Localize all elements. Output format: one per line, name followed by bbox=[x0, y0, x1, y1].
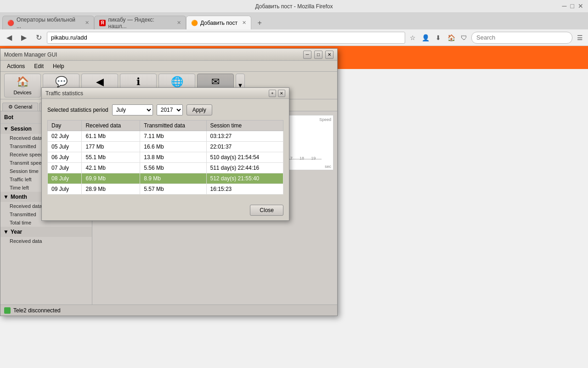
dialog-body: Selected statistics period July January … bbox=[42, 99, 289, 200]
section-name-year: Year bbox=[11, 229, 22, 235]
browser-titlebar: Добавить пост - Mozilla Firefox ─ □ ✕ bbox=[0, 0, 588, 13]
cell-transmitted-2: 13.8 Mb bbox=[140, 152, 206, 163]
tab-favicon-yandex: Я bbox=[99, 20, 106, 26]
cell-session-5: 16:15:23 bbox=[206, 184, 283, 195]
cell-received-4: 69.9 Mb bbox=[82, 173, 140, 184]
tab-favicon-operators: 🔴 bbox=[7, 20, 14, 26]
sms-icon: 💬 bbox=[55, 76, 68, 88]
dialog-footer: Close bbox=[42, 200, 289, 220]
table-row[interactable]: 02 July61.1 Mb7.11 Mb03:13:27 bbox=[48, 131, 283, 142]
cell-session-2: 510 day(s) 21:54:54 bbox=[206, 152, 283, 163]
table-row[interactable]: 09 July28.9 Mb5.57 Mb16:15:23 bbox=[48, 184, 283, 195]
address-bar[interactable] bbox=[47, 32, 405, 44]
apply-button[interactable]: Apply bbox=[187, 104, 212, 115]
modem-close-button[interactable]: ✕ bbox=[325, 51, 334, 59]
modem-minimize-button[interactable]: ─ bbox=[303, 51, 311, 59]
table-row[interactable]: 05 July177 Mb16.6 Mb22:01:37 bbox=[48, 142, 283, 152]
menu-help[interactable]: Help bbox=[48, 62, 69, 70]
browser-toolbar: ◀ ▶ ↻ ☆ 👤 ⬇ 🏠 🛡 ☰ bbox=[0, 29, 588, 46]
section-year-collapse-icon: ▼ bbox=[3, 229, 9, 235]
table-header-row: Day Received data Transmitted data Sessi… bbox=[48, 121, 283, 131]
col-transmitted: Transmitted data bbox=[140, 121, 206, 131]
status-text: Tele2 disconnected bbox=[13, 307, 61, 314]
modem-window-controls: ─ □ ✕ bbox=[303, 51, 334, 59]
col-received: Received data bbox=[82, 121, 140, 131]
home-icon[interactable]: 🏠 bbox=[446, 32, 457, 43]
cell-transmitted-5: 5.57 Mb bbox=[140, 184, 206, 195]
cell-received-2: 55.1 Mb bbox=[82, 152, 140, 163]
traffic-dialog: Traffic statistics + ✕ Selected statisti… bbox=[41, 87, 289, 221]
cell-transmitted-3: 5.56 Mb bbox=[140, 163, 206, 173]
month-select[interactable]: July January February March April May Ju… bbox=[112, 104, 153, 115]
period-selector-row: Selected statistics period July January … bbox=[47, 104, 283, 115]
tab-label-yandex: пикабу — Яндекс: нашл... bbox=[108, 17, 172, 29]
modem-maximize-button[interactable]: □ bbox=[314, 51, 322, 59]
sidebar-section-year: ▼ Year Received data bbox=[0, 227, 92, 245]
dialog-titlebar: Traffic statistics + ✕ bbox=[42, 88, 289, 99]
bookmark-icon[interactable]: ☆ bbox=[407, 32, 418, 43]
cell-day-1: 05 July bbox=[48, 142, 82, 152]
cell-day-2: 06 July bbox=[48, 152, 82, 163]
sidebar-bot-label: Bot bbox=[4, 114, 13, 121]
modem-tab-general[interactable]: ⚙ General bbox=[2, 103, 38, 111]
cell-session-1: 22:01:37 bbox=[206, 142, 283, 152]
x-label-18: 18 bbox=[300, 156, 304, 161]
forward-button[interactable]: ▶ bbox=[17, 31, 30, 44]
back-button[interactable]: ◀ bbox=[3, 31, 16, 44]
reload-button[interactable]: ↻ bbox=[32, 31, 45, 44]
tab-pikabu[interactable]: 🟠 Добавить пост ✕ bbox=[186, 16, 251, 29]
shield-icon[interactable]: 🛡 bbox=[458, 32, 469, 43]
tab-yandex[interactable]: Я пикабу — Яндекс: нашл... ✕ bbox=[94, 16, 186, 29]
year-select[interactable]: 2017 2015 2016 2018 bbox=[157, 104, 183, 115]
traffic-table: Day Received data Transmitted data Sessi… bbox=[47, 120, 283, 195]
section-month-collapse-icon: ▼ bbox=[3, 194, 9, 200]
tab-label-operators: Операторы мобильной ... bbox=[17, 17, 80, 29]
tab-favicon-pikabu: 🟠 bbox=[191, 20, 198, 26]
tab-close-yandex[interactable]: ✕ bbox=[177, 20, 181, 26]
toolbar-devices-button[interactable]: 🏠 Devices bbox=[4, 74, 41, 98]
col-session: Session time bbox=[206, 121, 283, 131]
dialog-close-button[interactable]: ✕ bbox=[278, 90, 285, 97]
tab-close-pikabu[interactable]: ✕ bbox=[242, 20, 246, 26]
info-icon: ℹ bbox=[136, 76, 140, 88]
minimize-icon[interactable]: ─ bbox=[562, 2, 567, 10]
account-icon[interactable]: 👤 bbox=[420, 32, 431, 43]
close-icon[interactable]: ✕ bbox=[578, 2, 583, 10]
menu-actions[interactable]: Actions bbox=[2, 62, 29, 70]
modem-titlebar: Modem Manager GUI ─ □ ✕ bbox=[0, 49, 337, 61]
tab-bar: 🔴 Операторы мобильной ... ✕ Я пикабу — Я… bbox=[0, 13, 588, 29]
menu-edit[interactable]: Edit bbox=[29, 62, 48, 70]
chart-ylabel: sec bbox=[325, 164, 331, 169]
menu-icon[interactable]: ☰ bbox=[574, 32, 585, 43]
ussd-icon: ◀ bbox=[96, 76, 104, 88]
traffic-icon: ✉ bbox=[211, 76, 220, 88]
dialog-title: Traffic statistics bbox=[45, 90, 83, 97]
sidebar-year-received[interactable]: Received data bbox=[0, 237, 92, 245]
cell-received-5: 28.9 Mb bbox=[82, 184, 140, 195]
tab-operators[interactable]: 🔴 Операторы мобильной ... ✕ bbox=[2, 16, 94, 29]
cell-transmitted-4: 8.9 Mb bbox=[140, 173, 206, 184]
modem-status-bar: Tele2 disconnected bbox=[0, 305, 337, 316]
tab-close-operators[interactable]: ✕ bbox=[85, 20, 89, 26]
sidebar-section-title-year[interactable]: ▼ Year bbox=[0, 227, 92, 237]
dialog-maximize-button[interactable]: + bbox=[269, 90, 276, 97]
new-tab-button[interactable]: + bbox=[253, 17, 266, 29]
search-input[interactable] bbox=[471, 32, 572, 44]
table-row[interactable]: 07 July42.1 Mb5.56 Mb511 day(s) 22:44:16 bbox=[48, 163, 283, 173]
tab-label-pikabu: Добавить пост bbox=[200, 20, 237, 26]
download-icon[interactable]: ⬇ bbox=[433, 32, 444, 43]
cell-transmitted-1: 16.6 Mb bbox=[140, 142, 206, 152]
window-controls: ─ □ ✕ bbox=[562, 2, 583, 10]
close-button[interactable]: Close bbox=[250, 205, 283, 216]
modem-menubar: Actions Edit Help bbox=[0, 61, 337, 72]
toolbar-devices-label: Devices bbox=[13, 90, 31, 95]
table-row[interactable]: 06 July55.1 Mb13.8 Mb510 day(s) 21:54:54 bbox=[48, 152, 283, 163]
cell-day-4: 08 July bbox=[48, 173, 82, 184]
cell-day-0: 02 July bbox=[48, 131, 82, 142]
section-name-month: Month bbox=[11, 194, 27, 200]
cell-session-0: 03:13:27 bbox=[206, 131, 283, 142]
maximize-icon[interactable]: □ bbox=[571, 2, 574, 10]
cell-session-4: 512 day(s) 21:55:40 bbox=[206, 173, 283, 184]
col-day: Day bbox=[48, 121, 82, 131]
table-row[interactable]: 08 July69.9 Mb8.9 Mb512 day(s) 21:55:40 bbox=[48, 173, 283, 184]
